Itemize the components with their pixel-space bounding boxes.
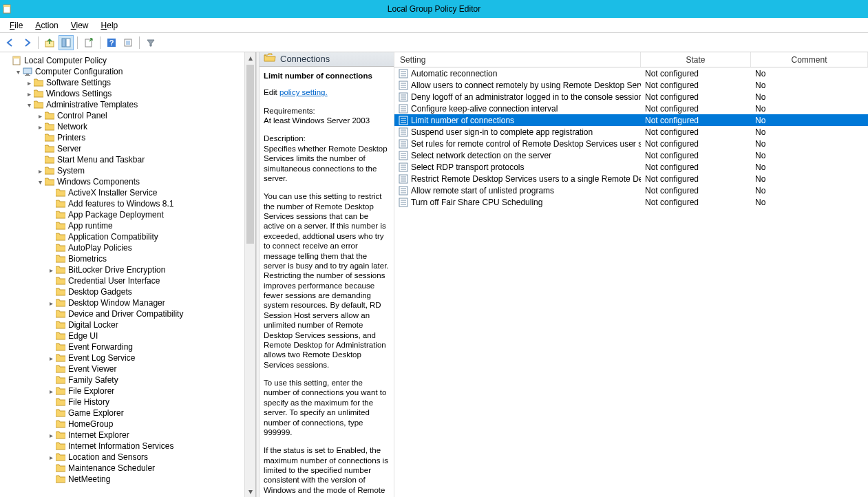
- setting-title: Limit number of connections: [264, 71, 391, 81]
- tree-item[interactable]: ▸Software Settings: [0, 77, 244, 88]
- setting-row[interactable]: Turn off Fair Share CPU SchedulingNot co…: [394, 196, 868, 208]
- tree-item[interactable]: App Package Deployment: [0, 209, 244, 220]
- setting-row[interactable]: Deny logoff of an administrator logged i…: [394, 91, 868, 103]
- tree-item[interactable]: HomeGroup: [0, 419, 244, 430]
- tree-item-label: Event Log Service: [67, 353, 135, 363]
- tree-item[interactable]: Start Menu and Taskbar: [0, 154, 244, 165]
- collapse-toggle-icon[interactable]: ▾: [36, 178, 44, 186]
- tree-view[interactable]: Local Computer Policy▾Computer Configura…: [0, 52, 244, 497]
- help-button[interactable]: ?: [104, 35, 119, 50]
- setting-row[interactable]: Allow users to connect remotely by using…: [394, 79, 868, 91]
- expand-toggle-icon[interactable]: ▸: [47, 454, 55, 461]
- tree-item[interactable]: ▸BitLocker Drive Encryption: [0, 264, 244, 275]
- setting-row[interactable]: Limit number of connectionsNot configure…: [394, 114, 868, 126]
- scroll-down-icon[interactable]: ▾: [245, 486, 255, 497]
- menu-help[interactable]: Help: [96, 19, 124, 32]
- tree-item[interactable]: ActiveX Installer Service: [0, 187, 244, 198]
- tree-item[interactable]: ▸Control Panel: [0, 110, 244, 121]
- col-setting[interactable]: Setting: [394, 52, 641, 67]
- menu-file[interactable]: File: [4, 19, 28, 32]
- tree-item[interactable]: AutoPlay Policies: [0, 242, 244, 253]
- expand-toggle-icon[interactable]: ▸: [47, 388, 55, 395]
- tree-item[interactable]: File History: [0, 396, 244, 408]
- tree-item[interactable]: Event Viewer: [0, 363, 244, 374]
- expand-toggle-icon[interactable]: ▸: [25, 90, 33, 98]
- tree-item[interactable]: ▾Windows Components: [0, 176, 244, 187]
- tree-item[interactable]: Application Compatibility: [0, 231, 244, 242]
- tree-item[interactable]: ▾Administrative Templates: [0, 99, 244, 110]
- tree-item[interactable]: ▸Network: [0, 121, 244, 132]
- collapse-toggle-icon[interactable]: ▾: [14, 68, 22, 76]
- tree-item[interactable]: Event Forwarding: [0, 341, 244, 352]
- tree-item[interactable]: Server: [0, 143, 244, 154]
- tree-item[interactable]: Game Explorer: [0, 408, 244, 419]
- setting-state-cell: Not configured: [641, 162, 751, 172]
- expand-toggle-icon[interactable]: ▸: [25, 79, 33, 87]
- tree-scrollbar[interactable]: ▴ ▾: [244, 52, 255, 497]
- tree-item[interactable]: Credential User Interface: [0, 275, 244, 286]
- col-state[interactable]: State: [641, 52, 751, 67]
- tree-item-label: HomeGroup: [67, 419, 113, 429]
- expand-toggle-icon[interactable]: ▸: [36, 112, 44, 120]
- description-p1: Specifies whether Remote Desktop Service…: [264, 144, 391, 184]
- tree-item[interactable]: Add features to Windows 8.1: [0, 198, 244, 209]
- up-level-button[interactable]: [42, 35, 57, 50]
- tree-item[interactable]: ▸Internet Explorer: [0, 430, 244, 441]
- menu-action[interactable]: Action: [30, 19, 63, 32]
- tree-item[interactable]: Maintenance Scheduler: [0, 463, 244, 474]
- setting-row[interactable]: Restrict Remote Desktop Services users t…: [394, 173, 868, 184]
- setting-row[interactable]: Suspend user sign-in to complete app reg…: [394, 126, 868, 138]
- collapse-toggle-icon[interactable]: ▾: [25, 101, 33, 109]
- folder-icon: [55, 474, 66, 485]
- setting-comment-cell: No: [751, 104, 868, 114]
- tree-item-label: Network: [56, 122, 87, 131]
- tree-item[interactable]: ▸Desktop Window Manager: [0, 297, 244, 308]
- col-comment[interactable]: Comment: [751, 52, 868, 67]
- tree-item[interactable]: Device and Driver Compatibility: [0, 308, 244, 319]
- scroll-thumb[interactable]: [246, 65, 254, 244]
- tree-item[interactable]: Desktop Gadgets: [0, 286, 244, 297]
- setting-row[interactable]: Select RDP transport protocolsNot config…: [394, 161, 868, 173]
- tree-item[interactable]: Biometrics: [0, 253, 244, 264]
- tree-item[interactable]: ▸Location and Sensors: [0, 452, 244, 463]
- setting-row[interactable]: Allow remote start of unlisted programsN…: [394, 184, 868, 196]
- setting-row[interactable]: Set rules for remote control of Remote D…: [394, 138, 868, 149]
- menu-view[interactable]: View: [65, 19, 94, 32]
- tree-item[interactable]: ▸Windows Settings: [0, 88, 244, 99]
- tree-item[interactable]: Local Computer Policy: [0, 55, 244, 66]
- show-hide-tree-button[interactable]: [59, 35, 74, 50]
- folder-icon: [55, 330, 66, 341]
- scroll-up-icon[interactable]: ▴: [245, 52, 255, 63]
- properties-button[interactable]: [120, 35, 136, 50]
- tree-item[interactable]: App runtime: [0, 220, 244, 231]
- setting-row[interactable]: Select network detection on the serverNo…: [394, 149, 868, 161]
- back-button[interactable]: [3, 35, 18, 50]
- export-list-button[interactable]: [81, 35, 96, 50]
- expand-toggle-icon[interactable]: ▸: [47, 432, 55, 439]
- folder-icon: [55, 419, 66, 430]
- tree-item[interactable]: NetMeeting: [0, 474, 244, 485]
- tree-item-label: Application Compatibility: [67, 232, 158, 242]
- expand-toggle-icon[interactable]: ▸: [47, 299, 55, 307]
- tree-item[interactable]: ▸File Explorer: [0, 385, 244, 396]
- setting-name-cell: Turn off Fair Share CPU Scheduling: [394, 198, 641, 207]
- setting-row[interactable]: Automatic reconnectionNot configuredNo: [394, 67, 868, 79]
- tree-item[interactable]: ▾Computer Configuration: [0, 66, 244, 77]
- tree-item[interactable]: Edge UI: [0, 330, 244, 341]
- setting-row[interactable]: Configure keep-alive connection interval…: [394, 103, 868, 114]
- tree-item-label: File History: [67, 397, 109, 407]
- expand-toggle-icon[interactable]: ▸: [36, 123, 44, 131]
- forward-button[interactable]: [19, 35, 34, 50]
- tree-item[interactable]: Printers: [0, 132, 244, 143]
- tree-item[interactable]: Internet Information Services: [0, 441, 244, 452]
- tree-item[interactable]: ▸System: [0, 165, 244, 176]
- filter-button[interactable]: [143, 35, 158, 50]
- expand-toggle-icon[interactable]: ▸: [47, 355, 55, 362]
- expand-toggle-icon[interactable]: ▸: [36, 167, 44, 175]
- settings-list-body[interactable]: Automatic reconnectionNot configuredNoAl…: [394, 67, 868, 497]
- edit-policy-link[interactable]: policy setting.: [279, 88, 328, 96]
- tree-item[interactable]: ▸Event Log Service: [0, 352, 244, 363]
- expand-toggle-icon[interactable]: ▸: [47, 266, 55, 274]
- tree-item[interactable]: Digital Locker: [0, 319, 244, 330]
- tree-item[interactable]: Family Safety: [0, 374, 244, 385]
